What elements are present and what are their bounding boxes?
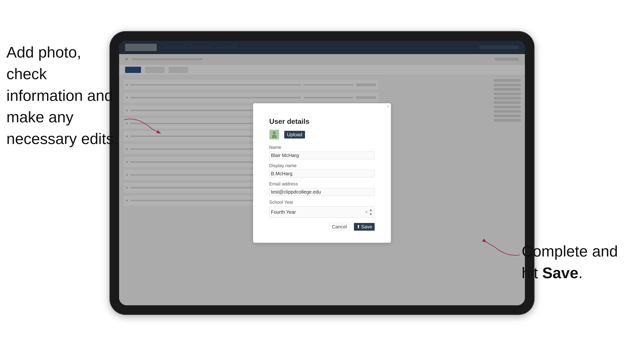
tablet-screen: × User details Upload Name Display na: [119, 41, 525, 305]
email-input[interactable]: [269, 188, 375, 196]
modal-title: User details: [269, 117, 375, 126]
save-label: Save: [361, 224, 372, 229]
tablet-device: × User details Upload Name Display na: [110, 31, 534, 315]
display-name-field-group: Display name: [269, 163, 375, 177]
user-photo-thumbnail: [269, 130, 279, 140]
upload-photo-button[interactable]: Upload: [284, 131, 305, 139]
save-icon: ⬆: [356, 224, 360, 229]
name-label: Name: [269, 145, 375, 150]
display-name-input[interactable]: [269, 170, 375, 177]
annotation-right-bold: Save: [542, 264, 578, 281]
user-details-modal: × User details Upload Name Display na: [253, 103, 391, 243]
school-year-select[interactable]: Fourth Year × ▲ ▼: [269, 206, 375, 218]
annotation-left-text: Add photo, check information and make an…: [6, 43, 118, 147]
modal-overlay: × User details Upload Name Display na: [119, 41, 525, 305]
scene: Add photo, check information and make an…: [0, 0, 644, 346]
modal-close-button[interactable]: ×: [387, 105, 389, 108]
photo-row: Upload: [269, 130, 375, 140]
annotation-right: Complete and hit Save.: [522, 240, 638, 284]
school-year-label: School Year: [269, 199, 375, 205]
cancel-button[interactable]: Cancel: [329, 223, 350, 231]
select-clear-icon[interactable]: ×: [365, 209, 368, 215]
school-year-value: Fourth Year: [271, 209, 365, 215]
name-field-group: Name: [269, 145, 375, 159]
modal-footer: Cancel ⬆ Save: [269, 223, 375, 231]
display-name-label: Display name: [269, 163, 375, 168]
email-field-group: Email address: [269, 181, 375, 196]
annotation-left: Add photo, check information and make an…: [6, 41, 122, 150]
email-label: Email address: [269, 181, 375, 186]
name-input[interactable]: [269, 152, 375, 159]
save-button[interactable]: ⬆ Save: [354, 223, 375, 231]
select-arrows-icon: ▲ ▼: [368, 207, 373, 216]
annotation-right-end: .: [578, 264, 583, 281]
school-year-field-group: School Year Fourth Year × ▲ ▼: [269, 199, 375, 218]
